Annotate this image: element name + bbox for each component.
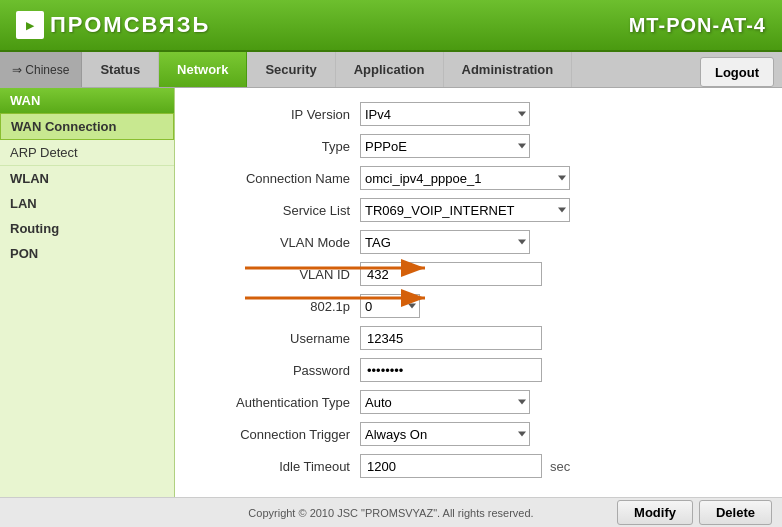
control-idle-timeout: sec bbox=[360, 454, 570, 478]
copyright-text: Copyright © 2010 JSC "PROMSVYAZ". All ri… bbox=[248, 507, 533, 519]
tab-status[interactable]: Status bbox=[82, 52, 159, 87]
label-ip-version: IP Version bbox=[205, 107, 360, 122]
control-vlan-mode: TAGUNTAGTRANSPARENT bbox=[360, 230, 530, 254]
select-type[interactable]: PPPoEDHCPStatic bbox=[360, 134, 530, 158]
sidebar-wan-header: WAN bbox=[0, 88, 174, 113]
tab-security[interactable]: Security bbox=[247, 52, 335, 87]
label-802-1p: 802.1p bbox=[205, 299, 360, 314]
select-vlan-mode[interactable]: TAGUNTAGTRANSPARENT bbox=[360, 230, 530, 254]
select-wrapper-ip-version: IPv4IPv6 bbox=[360, 102, 530, 126]
content-area: IP Version IPv4IPv6 Type PPPoEDHCPStatic bbox=[175, 88, 782, 497]
control-802-1p: 0123 bbox=[360, 294, 420, 318]
form-row-ip-version: IP Version IPv4IPv6 bbox=[205, 102, 752, 126]
footer-buttons: Modify Delete bbox=[617, 500, 772, 525]
select-service-list[interactable]: TR069_VOIP_INTERNET bbox=[360, 198, 570, 222]
select-connection-trigger[interactable]: Always OnOn DemandManual bbox=[360, 422, 530, 446]
select-connection-name[interactable]: omci_ipv4_pppoe_1 bbox=[360, 166, 570, 190]
logo-text: ПРОМСВЯЗЬ bbox=[50, 12, 210, 38]
label-auth-type: Authentication Type bbox=[205, 395, 360, 410]
logout-button[interactable]: Logout bbox=[700, 57, 774, 87]
label-type: Type bbox=[205, 139, 360, 154]
control-ip-version: IPv4IPv6 bbox=[360, 102, 530, 126]
input-vlan-id[interactable] bbox=[360, 262, 542, 286]
tab-application[interactable]: Application bbox=[336, 52, 444, 87]
select-wrapper-type: PPPoEDHCPStatic bbox=[360, 134, 530, 158]
form-row-service-list: Service List TR069_VOIP_INTERNET bbox=[205, 198, 752, 222]
select-ip-version[interactable]: IPv4IPv6 bbox=[360, 102, 530, 126]
form-row-username: Username bbox=[205, 326, 752, 350]
select-wrapper-auth-type: AutoPAPCHAP bbox=[360, 390, 530, 414]
logo: ▶ ПРОМСВЯЗЬ bbox=[16, 11, 210, 39]
form-row-802-1p: 802.1p 0123 bbox=[205, 294, 752, 318]
control-auth-type: AutoPAPCHAP bbox=[360, 390, 530, 414]
sidebar: WAN WAN Connection ARP Detect WLAN LAN R… bbox=[0, 88, 175, 497]
label-idle-timeout: Idle Timeout bbox=[205, 459, 360, 474]
input-password[interactable] bbox=[360, 358, 542, 382]
arrow-annotation bbox=[235, 243, 495, 333]
control-service-list: TR069_VOIP_INTERNET bbox=[360, 198, 570, 222]
sidebar-item-wlan[interactable]: WLAN bbox=[0, 166, 174, 191]
tab-network[interactable]: Network bbox=[159, 52, 247, 87]
form-row-password: Password bbox=[205, 358, 752, 382]
input-username[interactable] bbox=[360, 326, 542, 350]
control-password bbox=[360, 358, 542, 382]
label-connection-name: Connection Name bbox=[205, 171, 360, 186]
main-layout: WAN WAN Connection ARP Detect WLAN LAN R… bbox=[0, 88, 782, 497]
label-vlan-mode: VLAN Mode bbox=[205, 235, 360, 250]
select-wrapper-connection-trigger: Always OnOn DemandManual bbox=[360, 422, 530, 446]
form-row-type: Type PPPoEDHCPStatic bbox=[205, 134, 752, 158]
sidebar-item-routing[interactable]: Routing bbox=[0, 216, 174, 241]
select-wrapper-connection-name: omci_ipv4_pppoe_1 bbox=[360, 166, 570, 190]
select-wrapper-vlan-mode: TAGUNTAGTRANSPARENT bbox=[360, 230, 530, 254]
control-vlan-id bbox=[360, 262, 542, 286]
input-idle-timeout[interactable] bbox=[360, 454, 542, 478]
select-wrapper-service-list: TR069_VOIP_INTERNET bbox=[360, 198, 570, 222]
device-name: MT-PON-AT-4 bbox=[629, 14, 766, 37]
header: ▶ ПРОМСВЯЗЬ MT-PON-AT-4 bbox=[0, 0, 782, 52]
nav-tabs: Status Network Security Application Admi… bbox=[82, 52, 700, 87]
label-username: Username bbox=[205, 331, 360, 346]
sidebar-item-pon[interactable]: PON bbox=[0, 241, 174, 266]
tab-administration[interactable]: Administration bbox=[444, 52, 573, 87]
logo-icon: ▶ bbox=[16, 11, 44, 39]
label-connection-trigger: Connection Trigger bbox=[205, 427, 360, 442]
sidebar-item-wan-connection[interactable]: WAN Connection bbox=[0, 113, 174, 140]
sidebar-item-arp-detect[interactable]: ARP Detect bbox=[0, 140, 174, 166]
form-row-connection-trigger: Connection Trigger Always OnOn DemandMan… bbox=[205, 422, 752, 446]
control-connection-trigger: Always OnOn DemandManual bbox=[360, 422, 530, 446]
sidebar-item-lan[interactable]: LAN bbox=[0, 191, 174, 216]
label-password: Password bbox=[205, 363, 360, 378]
control-username bbox=[360, 326, 542, 350]
label-vlan-id: VLAN ID bbox=[205, 267, 360, 282]
footer: Copyright © 2010 JSC "PROMSVYAZ". All ri… bbox=[0, 497, 782, 527]
idle-timeout-suffix: sec bbox=[550, 459, 570, 474]
nav-chinese-button[interactable]: ⇒ Chinese bbox=[0, 52, 82, 87]
form-row-vlan-mode: VLAN Mode TAGUNTAGTRANSPARENT bbox=[205, 230, 752, 254]
form-row-auth-type: Authentication Type AutoPAPCHAP bbox=[205, 390, 752, 414]
form-row-vlan-id: VLAN ID bbox=[205, 262, 752, 286]
label-service-list: Service List bbox=[205, 203, 360, 218]
modify-button[interactable]: Modify bbox=[617, 500, 693, 525]
navbar: ⇒ Chinese Status Network Security Applic… bbox=[0, 52, 782, 88]
select-auth-type[interactable]: AutoPAPCHAP bbox=[360, 390, 530, 414]
control-type: PPPoEDHCPStatic bbox=[360, 134, 530, 158]
control-connection-name: omci_ipv4_pppoe_1 bbox=[360, 166, 570, 190]
form-row-connection-name: Connection Name omci_ipv4_pppoe_1 bbox=[205, 166, 752, 190]
form-row-idle-timeout: Idle Timeout sec bbox=[205, 454, 752, 478]
select-wrapper-802-1p: 0123 bbox=[360, 294, 420, 318]
select-802-1p[interactable]: 0123 bbox=[360, 294, 420, 318]
delete-button[interactable]: Delete bbox=[699, 500, 772, 525]
